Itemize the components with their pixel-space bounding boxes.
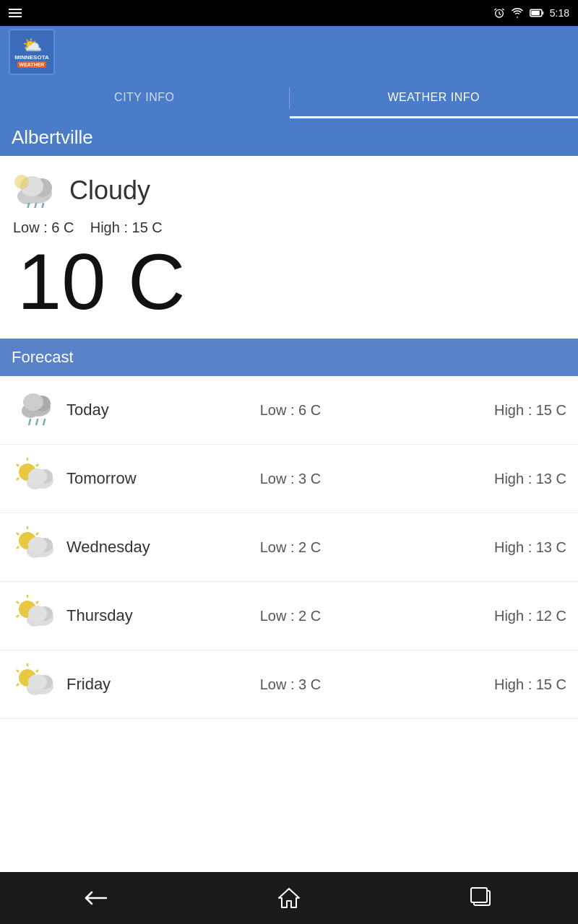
svg-line-49 (36, 670, 38, 672)
back-icon (83, 888, 109, 908)
city-header: Albertville (0, 118, 578, 156)
svg-line-41 (17, 615, 19, 617)
status-bar-left (9, 9, 22, 17)
svg-line-50 (17, 684, 19, 686)
current-weather-top: Cloudy (12, 167, 566, 214)
forecast-day-friday: Friday (66, 675, 225, 694)
svg-rect-2 (531, 11, 540, 15)
logo-badge: WEATHER (17, 61, 47, 68)
forecast-low-wednesday: Low : 2 C (225, 539, 355, 556)
app-bar: ⛅ MINNESOTA WEATHER (0, 26, 578, 78)
wifi-icon (511, 8, 524, 18)
svg-line-21 (17, 464, 19, 466)
svg-marker-56 (279, 889, 299, 907)
current-weather: Cloudy Low : 6 C High : 15 C 10 C (0, 156, 578, 339)
svg-line-22 (36, 464, 38, 466)
forecast-row-friday: Friday Low : 3 C High : 15 C (0, 650, 578, 719)
forecast-icon-friday (12, 662, 61, 707)
bottom-nav (0, 872, 578, 924)
svg-point-15 (23, 393, 43, 411)
forecast-icon-today (12, 388, 61, 432)
back-button[interactable] (67, 882, 125, 914)
status-time: 5:18 (550, 7, 569, 19)
forecast-row-today: Today Low : 6 C High : 15 C (0, 376, 578, 445)
current-range: Low : 6 C High : 15 C (13, 219, 566, 236)
current-low: Low : 6 C (13, 219, 74, 235)
svg-rect-3 (542, 12, 543, 15)
status-bar: 5:18 (0, 0, 578, 26)
forecast-icon-thursday (12, 593, 61, 638)
current-high: High : 15 C (90, 219, 163, 235)
app-logo: ⛅ MINNESOTA WEATHER (9, 29, 55, 75)
svg-line-40 (36, 601, 38, 603)
svg-line-39 (17, 601, 19, 603)
svg-point-36 (28, 537, 47, 553)
forecast-day-tomorrow: Tomorrow (66, 469, 225, 488)
svg-point-27 (28, 468, 47, 484)
forecast-low-tomorrow: Low : 3 C (225, 471, 355, 487)
forecast-low-friday: Low : 3 C (225, 676, 355, 693)
forecast-low-today: Low : 6 C (225, 402, 355, 419)
svg-point-45 (28, 606, 47, 622)
recents-button[interactable] (453, 882, 511, 914)
battery-icon (530, 8, 544, 18)
svg-line-32 (17, 546, 19, 549)
svg-line-30 (17, 533, 19, 535)
forecast-list: Today Low : 6 C High : 15 C Tomorrow Low… (0, 376, 578, 719)
recents-icon (470, 887, 493, 909)
forecast-high-wednesday: High : 13 C (355, 539, 566, 556)
logo-text-line1: MINNESOTA (14, 55, 48, 61)
svg-point-54 (28, 674, 47, 690)
city-name: Albertville (12, 126, 93, 149)
forecast-row-thursday: Thursday Low : 2 C High : 12 C (0, 582, 578, 650)
svg-line-48 (17, 670, 19, 672)
forecast-day-today: Today (66, 401, 225, 419)
home-icon (277, 886, 301, 910)
status-bar-right: 5:18 (493, 7, 569, 19)
forecast-day-wednesday: Wednesday (66, 538, 225, 557)
forecast-low-thursday: Low : 2 C (225, 608, 355, 624)
tab-city-info[interactable]: CITY INFO (0, 78, 289, 118)
logo-cloud-icon: ⛅ (22, 36, 42, 55)
forecast-title: Forecast (12, 348, 74, 367)
svg-rect-58 (471, 888, 487, 902)
svg-point-8 (14, 175, 29, 189)
tab-bar: CITY INFO WEATHER INFO (0, 78, 578, 118)
forecast-high-thursday: High : 12 C (355, 608, 566, 624)
menu-icon (9, 9, 22, 17)
tab-weather-info[interactable]: WEATHER INFO (290, 78, 579, 118)
svg-line-31 (36, 533, 38, 535)
current-condition: Cloudy (69, 175, 150, 206)
forecast-day-thursday: Thursday (66, 606, 225, 625)
svg-line-17 (36, 419, 38, 425)
current-weather-icon (12, 167, 58, 214)
svg-line-10 (35, 204, 36, 208)
forecast-icon-wednesday (12, 525, 61, 570)
forecast-high-tomorrow: High : 13 C (355, 471, 566, 487)
svg-line-16 (29, 419, 30, 425)
home-button[interactable] (260, 882, 318, 914)
forecast-high-friday: High : 15 C (355, 676, 566, 693)
forecast-row-tomorrow: Tomorrow Low : 3 C High : 13 C (0, 445, 578, 513)
forecast-header: Forecast (0, 339, 578, 376)
alarm-icon (493, 7, 505, 19)
svg-line-11 (42, 204, 43, 208)
forecast-high-today: High : 15 C (355, 402, 566, 419)
forecast-row-wednesday: Wednesday Low : 2 C High : 13 C (0, 513, 578, 582)
svg-line-18 (43, 419, 45, 425)
current-temp: 10 C (12, 236, 566, 333)
svg-line-23 (17, 478, 19, 480)
forecast-icon-tomorrow (12, 456, 61, 501)
